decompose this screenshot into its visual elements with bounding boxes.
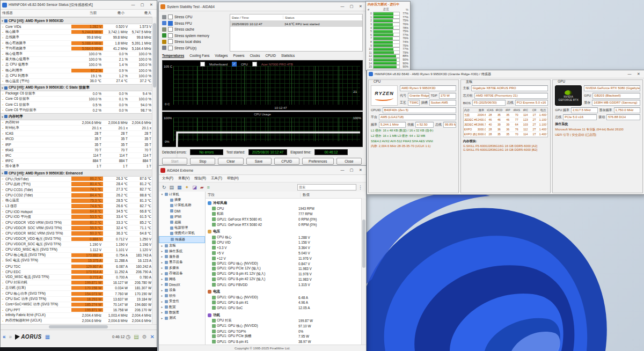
- expand-icon[interactable]: ▸: [160, 289, 164, 292]
- sensor-section-header[interactable]: ▾ CPU [#0]: AMD Ryzen 9 9950X3D: C State…: [1, 84, 157, 91]
- title-bar[interactable]: HWiNFO64 v8.82-5640 Sensor Status [仅传感器模…: [1, 1, 157, 10]
- sensor-value-row[interactable]: CPU 1943 RPM: [206, 206, 366, 211]
- sensor-row[interactable]: CPU CCD2 (Tdie) 84.4 ℃ 26.2 ℃ 88.8 ℃: [1, 193, 157, 198]
- sensor-value-row[interactable]: GPU1: GPU FBVDD 1.315 V: [206, 282, 366, 287]
- sensor-section-header[interactable]: ▾ CPU [#0]: AMD Ryzen 9 9950X3D: [1, 17, 157, 24]
- preferences-button[interactable]: Preferences: [302, 158, 334, 165]
- tree-item[interactable]: IPMI: [159, 214, 205, 220]
- sensor-row[interactable]: 内存时钟 2,004.6 MHz 2,004.6 MHz 2,004.6 MHz: [1, 120, 157, 126]
- sensor-value-row[interactable]: GPU1: GPU 8-pin #1 38.97 W: [206, 339, 366, 345]
- scrollbar-thumb[interactable]: [362, 220, 365, 268]
- expand-icon[interactable]: ▸: [160, 305, 164, 309]
- expand-icon[interactable]: ▸: [160, 272, 164, 275]
- col-value[interactable]: 数值: [301, 193, 366, 198]
- sensor-row[interactable]: VDD_MISC 电流 (SVI3 TFN) 0.771 A 0.700 A 0…: [1, 275, 157, 280]
- sensor-value-row[interactable]: GPU1: GPU TGP% 0%: [206, 328, 366, 334]
- collapse-icon[interactable]: ▾: [2, 115, 3, 119]
- col-field[interactable]: 字段: [206, 193, 301, 198]
- stability-tab[interactable]: Powers: [233, 54, 244, 57]
- computer-icon[interactable]: ▦: [177, 185, 182, 190]
- tree-item[interactable]: ▸ DirectX: [159, 282, 205, 287]
- sensor-row[interactable]: CPU (Tctl/Tdie) 86.2 ℃ 26.3 ℃ 87.6 ℃: [1, 177, 157, 182]
- tree-item[interactable]: ▸ 安全性: [159, 298, 205, 304]
- timing-row[interactable]: 当前2004.6 2835 3570 1141T 1.400 V: [464, 113, 548, 118]
- tree-item[interactable]: ▸ 显示设备: [159, 260, 205, 265]
- stress-test-row[interactable]: Stress cache: [162, 26, 229, 33]
- sensor-row[interactable]: CPU EDC 173.914 A 11.292 A 206.790 A: [1, 269, 157, 275]
- sensor-row[interactable]: CPU VDDCR_VDD 电压 (SVI3 TFN) 0.886 V 0.71…: [1, 237, 157, 242]
- sensor-row[interactable]: 内存控制器时钟 (UCLK) 2,004.6 MHz 2,004.6 MHz 2…: [1, 318, 157, 324]
- sensor-value-row[interactable]: GPU1: GPU 核心 (NVVDD) 6.48 A: [206, 295, 366, 300]
- refresh-icon[interactable]: ↻: [162, 185, 166, 190]
- sensor-row[interactable]: CPU VDDCR_MISC VRM (SVI3 TFN) 60.3 ℃ 36.…: [1, 231, 157, 236]
- sensor-row[interactable]: 核心温度 (平均) 36.0 ℃ 27.4 ℃ 37.2 ℃: [1, 79, 157, 84]
- stress-test-row[interactable]: Stress system memory: [162, 33, 229, 39]
- tree-item[interactable]: ▸ 主板: [159, 243, 205, 248]
- log-col-status[interactable]: Status: [283, 16, 362, 19]
- close-button[interactable]: ✕: [635, 71, 642, 77]
- sensor-row[interactable]: CPU 晶粒 (平均) 80.4 ℃ 28.4 ℃ 81.2 ℃: [1, 182, 157, 187]
- stability-tab[interactable]: CPUID: [265, 54, 276, 57]
- sensor-value-row[interactable]: GPU1: GPU SoC 12.05 A: [206, 305, 366, 311]
- sensor-row[interactable]: CPU VDDCR_SOC VRM (SVI3 TFN) 55.5 ℃ 32.4…: [1, 225, 157, 231]
- expand-icon[interactable]: ▸: [160, 300, 164, 303]
- sensor-row[interactable]: CPU VDD_MISC 电压 (SVI3 TFN) 1.112 V 1.101…: [1, 247, 157, 253]
- stability-tab[interactable]: Voltages: [215, 54, 228, 57]
- sensor-row[interactable]: CPU 核心功率 (SVI3 TFN) 154.073 W 7.760 W 17…: [1, 291, 157, 296]
- menu-item[interactable]: 文件(F): [162, 176, 173, 181]
- expand-icon[interactable]: ▸: [160, 317, 164, 320]
- expand-icon[interactable]: ▸: [160, 255, 164, 258]
- stability-tab[interactable]: Statistics: [281, 54, 295, 57]
- sensor-row[interactable]: Core C1 驻留率 0.5 % 0.0 % 94.0 %: [1, 102, 157, 107]
- report-icon[interactable]: ▤: [134, 334, 138, 340]
- menu-item[interactable]: 报告(R): [194, 176, 206, 181]
- sensor-row[interactable]: 指令速率 1 T 1 T 1 T: [1, 164, 157, 169]
- stress-test-row[interactable]: Stress FPU: [162, 20, 229, 27]
- close-button[interactable]: ✕: [357, 167, 364, 173]
- sensor-row[interactable]: tRFC 884 T 884 T 884 T: [1, 158, 157, 164]
- sensor-row[interactable]: 最大核心使用率 100.0 % 2.1 % 100.0 %: [1, 57, 157, 62]
- tree-item[interactable]: ▸ 存储设备: [159, 270, 205, 276]
- tools-icon[interactable]: ▰: [200, 185, 204, 190]
- test-checkbox[interactable]: [168, 21, 173, 26]
- sensor-row[interactable]: CPU IOD Hotspot 64.8 ℃ 34.5 ℃ 66.8 ℃: [1, 209, 157, 215]
- timing-row[interactable]: JEDEC #52400.0 4646 4677 1232T 1.100 V: [464, 118, 548, 122]
- sensor-value-row[interactable]: CPU 封装 199.87 W: [206, 318, 366, 324]
- minimize-button[interactable]: —: [626, 71, 633, 77]
- maximize-button[interactable]: ▢: [348, 3, 355, 10]
- timing-row[interactable]: JEDEC #82666.7 4039 3964 1032T 1.100 V: [464, 122, 548, 127]
- tree-item[interactable]: ▸ 服务器: [159, 254, 205, 259]
- expand-all-icon[interactable]: »: [9, 334, 12, 340]
- test-checkbox[interactable]: [168, 33, 173, 38]
- collapse-icon[interactable]: ▾: [2, 171, 3, 175]
- tree-item[interactable]: ▸ 多媒体: [159, 265, 205, 270]
- stress-test-row[interactable]: Stress local disks: [162, 39, 229, 45]
- layout-icon[interactable]: ▦: [45, 334, 50, 340]
- stress-test-row[interactable]: Stress GPU(s): [162, 45, 229, 52]
- title-bar[interactable]: HWiNFO64 v8.82-5640 - AMD Ryzen 9 9950X3…: [367, 70, 644, 78]
- save-button[interactable]: Save: [246, 158, 272, 165]
- settings-gear-icon[interactable]: ⚙: [142, 334, 147, 340]
- vertical-scrollbar[interactable]: [152, 17, 157, 324]
- sensor-row[interactable]: tRAS 70 T 70 T 70 T: [1, 148, 157, 153]
- sensor-row[interactable]: SoC 电流 (SVI3 TFN) 15.375 A 11.288 A 16.1…: [1, 258, 157, 264]
- collapse-icon[interactable]: ▾: [2, 86, 3, 90]
- timing-row[interactable]: EXPO3000.0 2836 3676 1122T 1.400 V: [464, 127, 548, 132]
- expand-icon[interactable]: ▸: [160, 294, 164, 297]
- sensor-row[interactable]: tRP 35 T 35 T 35 T: [1, 142, 157, 148]
- tree-item[interactable]: ▸ 软件: [159, 293, 205, 298]
- sensor-value-row[interactable]: GPU1: GPU 8-pin #1 4.96 A: [206, 300, 366, 305]
- memtest-title[interactable]: 内存压力测试 - 进行中: [366, 2, 410, 8]
- minimize-button[interactable]: —: [129, 2, 137, 8]
- sensor-row[interactable]: 平均有效频率 5,064.6 MHz 41.2 MHz 5,164.4 MHz: [1, 46, 157, 52]
- sensor-row[interactable]: CPU VDDCR_VDD VRM (SVI3 TFN) 81.2 ℃ 33.3…: [1, 220, 157, 225]
- sensor-section-header[interactable]: ▾ 内存时序: [1, 113, 157, 120]
- sensor-row[interactable]: 总 CPU 利用率 19.1 % 1.2 % 100.0 %: [1, 74, 157, 79]
- sensor-row[interactable]: CPU SoC 功率 (SVI3 TFN) 18.293 W 13.637 W …: [1, 297, 157, 302]
- report-icon[interactable]: ▤: [170, 185, 174, 190]
- sensor-row[interactable]: 总功耗 (估算) 170.158 W 0.034 W 181.307 W: [1, 286, 157, 291]
- sensor-value-row[interactable]: GPU1: GPU 8-pin #2 12V (输入) 11.983 V: [206, 277, 366, 282]
- collapse-icon[interactable]: ▾: [2, 19, 3, 23]
- start-button[interactable]: Start: [162, 158, 187, 165]
- sensor-row[interactable]: Package C6 驻留率 0.0 % 0.0 % 9.4 %: [1, 91, 157, 97]
